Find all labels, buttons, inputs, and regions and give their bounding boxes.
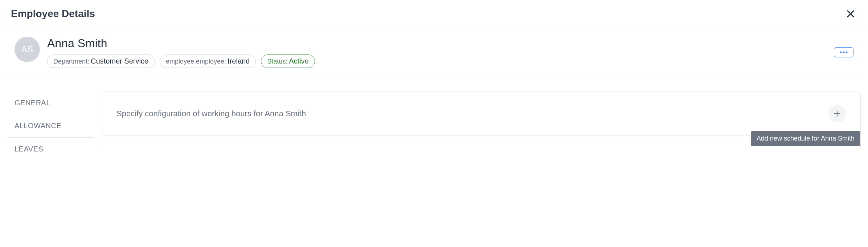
schedule-card: Specify configuration of working hours f…: [102, 92, 861, 136]
department-badge-value: Customer Service: [91, 57, 148, 65]
sidebar-item-leaves[interactable]: LEAVES: [7, 138, 94, 161]
add-schedule-button[interactable]: [828, 105, 846, 122]
add-schedule-tooltip: Add new schedule for Anna Smith: [751, 131, 860, 146]
department-badge: Department: Customer Service: [47, 54, 155, 68]
more-button[interactable]: [834, 47, 853, 57]
svg-point-3: [843, 52, 845, 53]
status-badge: Status: Active: [261, 54, 315, 68]
svg-point-4: [846, 52, 848, 53]
location-badge: employee.employee: Ireland: [160, 54, 256, 68]
close-icon: [846, 9, 856, 19]
page-title: Employee Details: [11, 8, 95, 20]
avatar-initials: AS: [21, 44, 33, 54]
location-badge-value: Ireland: [228, 57, 250, 65]
avatar: AS: [15, 37, 40, 62]
department-badge-label: Department:: [53, 58, 89, 65]
sidebar-item-general[interactable]: GENERAL: [7, 92, 94, 114]
close-button[interactable]: [844, 7, 857, 20]
sidebar-item-allowance[interactable]: ALLOWANCE: [7, 114, 94, 138]
more-horizontal-icon: [839, 51, 848, 53]
employee-name: Anna Smith: [47, 37, 834, 50]
plus-icon: [833, 110, 841, 118]
secondary-card: [102, 142, 861, 149]
status-badge-label: Status:: [267, 58, 287, 65]
status-badge-value: Active: [289, 57, 308, 65]
svg-point-2: [840, 52, 842, 53]
schedule-card-text: Specify configuration of working hours f…: [116, 109, 306, 118]
location-badge-label: employee.employee:: [166, 58, 226, 65]
